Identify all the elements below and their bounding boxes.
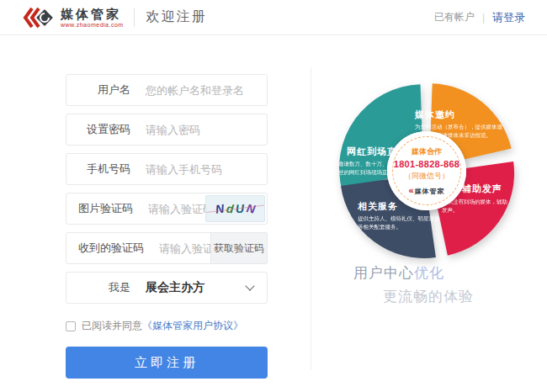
- wheel-center-badge: 媒体合作 1801-8828-868 （同微信号） «媒体管家: [387, 131, 466, 210]
- role-selected-value: 展会主办方: [146, 280, 247, 295]
- wechat-note: （同微信号）: [404, 171, 449, 182]
- user-agreement-link[interactable]: 《媒体管家用户协议》: [142, 319, 243, 333]
- agreement-text: 已阅读并同意: [82, 319, 142, 333]
- contact-phone: 1801-8828-868: [394, 159, 460, 169]
- center-brand-text: 媒体管家: [415, 188, 445, 195]
- register-button[interactable]: 立即注册: [66, 347, 268, 379]
- header-logo[interactable]: 媒体管家 www.zhaomedia.com: [22, 5, 124, 30]
- captcha-image[interactable]: N d U N: [205, 195, 265, 222]
- captcha-char: U: [236, 202, 245, 216]
- agreement-row: 已阅读并同意 《媒体管家用户协议》: [66, 319, 268, 333]
- brand-url: www.zhaomedia.com: [61, 22, 124, 28]
- tagline: 用户中心优化 更流畅的体验: [353, 263, 474, 306]
- username-field[interactable]: 用户名: [66, 74, 268, 106]
- image-captcha-field[interactable]: 图片验证码 N d U N: [66, 193, 268, 225]
- agreement-checkbox[interactable]: [66, 321, 76, 331]
- chevron-down-icon: [245, 281, 254, 290]
- username-label: 用户名: [78, 82, 130, 98]
- tagline-line1-a: 用户中心: [353, 265, 414, 281]
- tagline-line1-b: 优化: [414, 265, 444, 281]
- services-wheel: 网红到场直播 邀请数万、数十万、数百万粉丝的网红到场现场直播。 媒体邀约 为您的…: [328, 72, 525, 269]
- get-code-button[interactable]: 获取验证码: [210, 232, 268, 264]
- role-select-field[interactable]: 我是 展会主办方: [66, 272, 268, 304]
- captcha-char: N: [246, 201, 257, 216]
- segment-navy-title: 相关服务: [358, 200, 398, 213]
- image-captcha-label: 图片验证码: [78, 201, 133, 216]
- have-account-label: 已有帐户: [434, 10, 475, 24]
- header: 媒体管家 www.zhaomedia.com 欢迎注册 已有帐户 | 请登录: [0, 0, 547, 35]
- login-link[interactable]: 请登录: [492, 10, 525, 25]
- brand-logo-icon: [22, 5, 56, 30]
- segment-orange-title: 媒体邀约: [415, 109, 455, 121]
- captcha-char: d: [226, 202, 234, 216]
- center-brand: «媒体管家: [408, 185, 444, 196]
- vertical-divider: [311, 67, 311, 370]
- password-label: 设置密码: [78, 122, 130, 137]
- header-divider: [134, 8, 135, 27]
- phone-label: 手机号码: [78, 162, 130, 177]
- password-input[interactable]: [146, 124, 260, 136]
- page-title: 欢迎注册: [146, 8, 207, 26]
- header-separator: |: [482, 12, 485, 24]
- role-label: 我是: [78, 280, 130, 295]
- mini-logo-icon: «: [408, 185, 412, 195]
- registration-page: 媒体管家 www.zhaomedia.com 欢迎注册 已有帐户 | 请登录 用…: [0, 0, 547, 392]
- captcha-char: N: [214, 201, 224, 215]
- username-input[interactable]: [146, 84, 260, 97]
- sms-code-label: 收到的验证码: [78, 241, 144, 256]
- registration-form: 用户名 设置密码 手机号码 图片验证码 N d U N 收到的验证码 获取验证码: [66, 35, 268, 379]
- segment-navy-desc: 提供主持人、模特礼仪、明星邀请等相关配套服务。: [358, 215, 441, 231]
- cooperation-label: 媒体合作: [412, 146, 442, 157]
- phone-field[interactable]: 手机号码: [66, 153, 268, 185]
- phone-input[interactable]: [146, 163, 260, 176]
- sms-code-field[interactable]: 收到的验证码 获取验证码: [66, 232, 268, 264]
- tagline-line2: 更流畅的体验: [383, 287, 474, 306]
- password-field[interactable]: 设置密码: [66, 114, 268, 146]
- brand-name: 媒体管家: [61, 8, 124, 20]
